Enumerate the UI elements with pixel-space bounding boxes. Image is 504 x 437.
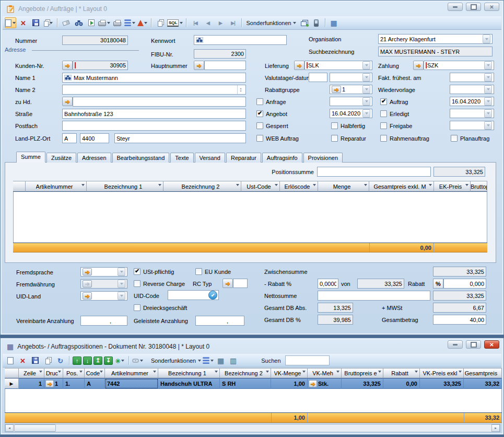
kunden-lookup-button[interactable]	[62, 61, 73, 70]
cell-zeile[interactable]: 1	[19, 378, 44, 389]
tab-versand[interactable]: Versand	[195, 153, 225, 163]
col-menge[interactable]: Menge	[318, 181, 369, 192]
dropdown-button[interactable]	[362, 73, 370, 82]
close-button[interactable]	[484, 340, 499, 349]
nettosumme-field[interactable]: 33,325	[433, 291, 486, 301]
erledigt-checkbox[interactable]	[380, 110, 387, 117]
grid-view-button[interactable]	[329, 17, 339, 28]
reverse-charge-checkbox[interactable]	[134, 280, 140, 287]
col-gesamtpreis[interactable]: Gesamtpreis	[464, 368, 502, 378]
col-bezeichnung2[interactable]: Bezeichnung 2	[163, 181, 241, 192]
dropdown-button[interactable]	[362, 109, 370, 118]
phone-button[interactable]	[311, 17, 322, 28]
rabatt-field[interactable]: 0,000	[443, 279, 486, 289]
hauptnummer-lookup-button[interactable]	[194, 61, 204, 70]
search-binoculars-button[interactable]	[196, 37, 203, 43]
import-button[interactable]	[86, 17, 97, 28]
wiedervorlage-select[interactable]	[450, 85, 494, 94]
dropdown-button[interactable]	[483, 34, 490, 43]
dreiecksgeschaeft-checkbox[interactable]	[134, 304, 140, 311]
new-position-button[interactable]	[5, 355, 16, 366]
zu-hd-field[interactable]	[73, 97, 246, 107]
meh-lookup-button[interactable]	[309, 380, 317, 387]
reparatur-checkbox[interactable]	[331, 135, 338, 142]
col-erloescode[interactable]: Erlöscode	[280, 181, 318, 192]
uid-verify-button[interactable]	[208, 291, 217, 300]
col-bezeichnung2[interactable]: Bezeichnung 2	[220, 368, 271, 378]
restore-button[interactable]	[466, 3, 481, 11]
cell-druck[interactable]: 1	[44, 378, 63, 389]
move-to-top-button[interactable]	[93, 356, 102, 365]
vereinbarte-anzahlung-field[interactable]: ,	[80, 316, 127, 326]
plz-field[interactable]: 4400	[80, 133, 109, 143]
freigabe-datum-select[interactable]	[450, 121, 494, 130]
copy-button[interactable]	[43, 17, 54, 28]
strasse-field[interactable]: Bahnhofstraße 123	[62, 109, 246, 119]
cascade-windows-button[interactable]	[298, 17, 309, 28]
sql-button[interactable]: SQL	[167, 17, 183, 28]
cell-bruttopreis[interactable]: 33,325	[342, 378, 383, 389]
cell-vk-menge[interactable]: 1,00	[271, 378, 308, 389]
tab-reparatur[interactable]: Reparatur	[226, 153, 261, 163]
nettosumme-input[interactable]	[318, 291, 430, 301]
scroll-left-button[interactable]	[5, 424, 14, 432]
nummer-field[interactable]: 30180048	[62, 36, 128, 45]
angebot-checkbox[interactable]	[256, 110, 263, 117]
clear-button[interactable]	[61, 17, 72, 28]
col-rabatt[interactable]: Rabatt	[383, 368, 420, 378]
search-input[interactable]	[285, 355, 330, 365]
row-selector-cell[interactable]	[5, 378, 19, 389]
col-ek-preis[interactable]: EK-Preis	[434, 181, 471, 192]
nav-next-button[interactable]	[215, 17, 226, 28]
restore-button[interactable]	[466, 340, 481, 349]
col-zeile[interactable]: Zeile	[19, 368, 44, 378]
cell-code[interactable]: A	[85, 378, 105, 389]
move-to-bottom-button[interactable]	[104, 356, 113, 365]
postfach-field[interactable]	[62, 121, 246, 131]
land-field[interactable]: A	[62, 133, 77, 143]
web-auftrag-checkbox[interactable]	[256, 135, 263, 142]
name1-field[interactable]: Max Mustermann	[62, 73, 246, 83]
cell-rabatt[interactable]: 0,00	[383, 378, 420, 389]
rabattgruppe-lookup-button[interactable]	[332, 86, 341, 93]
hauptnummer-field[interactable]	[204, 61, 246, 70]
dropdown-button[interactable]	[362, 85, 370, 94]
pages-button[interactable]	[155, 17, 166, 28]
auftrag-checkbox[interactable]	[380, 98, 387, 105]
minimize-button[interactable]	[448, 340, 463, 349]
new-document-button[interactable]	[5, 17, 16, 28]
refresh-button[interactable]	[55, 355, 66, 366]
nav-prev-button[interactable]	[202, 17, 213, 28]
gesamtbetrag-field[interactable]: 40,00	[433, 315, 486, 325]
anfrage-checkbox[interactable]	[256, 98, 263, 105]
col-artikelnummer[interactable]: Artikelnummer	[105, 368, 158, 378]
auftrag-datum-select[interactable]: 16.04.2020	[450, 97, 494, 106]
scroll-right-button[interactable]	[491, 424, 500, 432]
record-list-button[interactable]	[124, 17, 135, 28]
fremdwaehrung-select[interactable]	[80, 279, 127, 289]
anfrage-datum-select[interactable]	[330, 97, 372, 106]
sonderfunktionen-button[interactable]: Sonderfunktionen	[245, 17, 296, 28]
col-ust-code[interactable]: Ust-Code	[241, 181, 280, 192]
cell-artikelnummer[interactable]: 7442	[105, 378, 158, 389]
dropdown-button[interactable]	[484, 121, 492, 130]
fremdsprache-select[interactable]	[80, 267, 127, 277]
fibu-field[interactable]: 2300	[194, 49, 246, 59]
validation-button[interactable]	[137, 17, 148, 28]
cell-pos[interactable]: 1.	[63, 378, 85, 389]
zahlung-select[interactable]: SZK	[424, 61, 494, 70]
uid-land-lookup-button[interactable]	[83, 292, 92, 300]
tab-zusaetze[interactable]: Zusätze	[46, 153, 76, 163]
mwst-field[interactable]: 6,67	[433, 303, 486, 313]
col-druck[interactable]: Druc	[44, 368, 63, 378]
zwischensumme-field[interactable]: 33,325	[433, 267, 486, 277]
ort-field[interactable]: Steyr	[114, 133, 246, 143]
planauftrag-checkbox[interactable]	[451, 135, 458, 142]
suchbezeichnung-field[interactable]: MAX MUSTERMANN - STEYR	[378, 47, 493, 56]
spinner-control[interactable]	[237, 85, 244, 94]
gesperrt-checkbox[interactable]	[256, 122, 263, 129]
col-vk-preis-exkl[interactable]: VK-Preis exkl	[420, 368, 464, 378]
fremdsprache-lookup-button[interactable]	[83, 268, 92, 275]
record-list-button[interactable]	[203, 355, 214, 366]
dropdown-button[interactable]	[362, 97, 370, 106]
